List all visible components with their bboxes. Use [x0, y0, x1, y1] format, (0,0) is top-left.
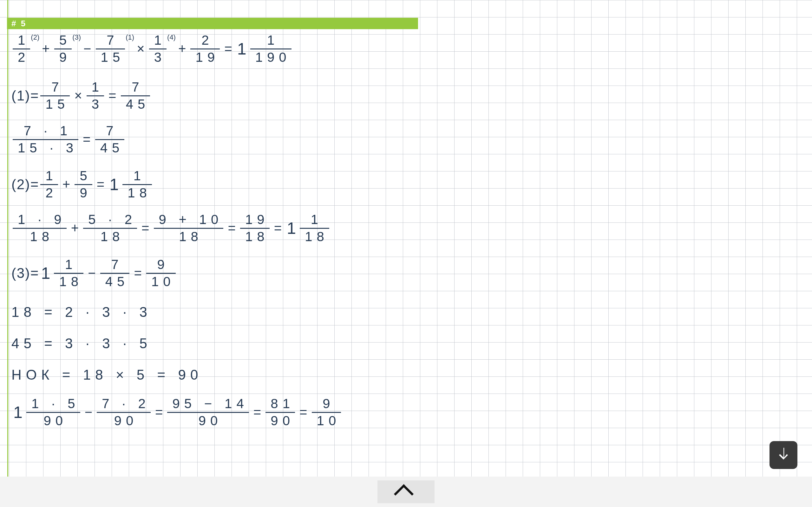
- step-ref-1: (1): [125, 34, 134, 41]
- fraction: 1190: [250, 33, 292, 64]
- step-ref-2: (2): [31, 34, 39, 41]
- plus-op: +: [68, 222, 82, 235]
- fraction: 715: [96, 33, 125, 64]
- equals-op: =: [250, 406, 264, 419]
- fraction: 219: [190, 33, 220, 64]
- fraction: 59: [54, 33, 72, 64]
- plus-op: +: [175, 42, 189, 55]
- step-ref-3: (3): [72, 34, 81, 41]
- plain-text: 18 = 2 · 3 · 3: [11, 305, 152, 319]
- equation-line-6: (3)= 1 118 − 745 = 910: [11, 256, 342, 290]
- equation-line-10: 1 1 · 590 − 7 · 290 = 95 − 1490 = 8190 =…: [11, 395, 342, 429]
- whole-part: 1: [107, 176, 121, 193]
- fraction: 12: [40, 169, 58, 200]
- equals-op: =: [131, 267, 145, 280]
- lcm-line: НОК = 18 × 5 = 90: [11, 361, 342, 388]
- factorization-line-2: 45 = 3 · 3 · 5: [11, 330, 342, 357]
- equals-op: =: [94, 178, 108, 191]
- step-lead: (3)=: [11, 266, 39, 280]
- fraction: 1 · 590: [26, 397, 80, 428]
- equals-op: =: [105, 89, 119, 102]
- fraction: 910: [146, 258, 176, 288]
- plus-op: +: [39, 42, 53, 55]
- whole-part: 1: [39, 265, 53, 281]
- equals-op: =: [138, 222, 153, 235]
- equals-op: =: [296, 406, 310, 419]
- fraction: 59: [74, 169, 92, 200]
- equals-op: =: [224, 222, 239, 235]
- fraction: 1918: [240, 213, 270, 243]
- fraction: 8190: [265, 397, 295, 428]
- fraction: 13: [87, 80, 104, 111]
- step-ref-4: (4): [167, 34, 176, 41]
- fraction: 715: [40, 80, 70, 111]
- times-op: ×: [134, 42, 148, 55]
- step-lead: (1)=: [11, 89, 39, 103]
- fraction: 9 + 1018: [154, 213, 223, 243]
- fraction: 1 2: [13, 33, 30, 64]
- equals-op: =: [271, 222, 285, 235]
- plus-op: +: [59, 178, 73, 191]
- fraction: 118: [300, 213, 329, 243]
- minus-op: −: [82, 406, 96, 419]
- times-op: ×: [71, 89, 85, 102]
- fraction: 118: [122, 169, 152, 200]
- section-label: # 5: [11, 19, 27, 29]
- equation-line-3: 7 · 115 · 3 = 745: [11, 122, 342, 157]
- equation-line-4: (2)= 12 + 59 = 1 118: [11, 167, 342, 202]
- arrow-down-icon: [774, 446, 792, 464]
- fraction: 95 − 1490: [167, 397, 249, 428]
- section-header: # 5: [7, 18, 418, 29]
- chevron-up-icon: [399, 485, 413, 499]
- bottom-bar: [0, 476, 812, 507]
- fraction: 13: [149, 33, 166, 64]
- equation-line-2: (1)= 715 × 13 = 745: [11, 78, 342, 113]
- fraction: 7 · 290: [97, 397, 151, 428]
- whole-part: 1: [285, 220, 299, 236]
- equals-op: =: [80, 133, 94, 146]
- fraction: 7 · 115 · 3: [13, 124, 78, 155]
- minus-op: −: [80, 42, 95, 55]
- minus-op: −: [85, 267, 99, 280]
- equation-line-5: 1 · 918 + 5 · 218 = 9 + 1018 = 1918 = 1 …: [11, 211, 342, 245]
- fraction: 745: [121, 80, 150, 111]
- whole-part: 1: [11, 404, 25, 420]
- collapse-button[interactable]: [377, 481, 435, 503]
- fraction: 910: [312, 397, 341, 428]
- plain-text: НОК = 18 × 5 = 90: [11, 368, 202, 382]
- worked-solution: 1 2 (2) + 59 (3) − 715 (1) × 13 (4) + 21…: [11, 32, 342, 429]
- left-margin-rule: [7, 0, 8, 507]
- equals-op: =: [152, 406, 166, 419]
- scroll-down-button[interactable]: [769, 441, 798, 469]
- equals-op: =: [221, 42, 235, 55]
- fraction: 745: [95, 124, 125, 155]
- equation-line-1: 1 2 (2) + 59 (3) − 715 (1) × 13 (4) + 21…: [11, 32, 342, 66]
- fraction: 745: [100, 258, 130, 288]
- step-lead: (2)=: [11, 177, 39, 191]
- fraction: 118: [54, 258, 84, 288]
- whole-part: 1: [235, 41, 249, 57]
- fraction: 5 · 218: [83, 213, 137, 243]
- factorization-line-1: 18 = 2 · 3 · 3: [11, 298, 342, 326]
- fraction: 1 · 918: [13, 213, 67, 243]
- plain-text: 45 = 3 · 3 · 5: [11, 337, 152, 350]
